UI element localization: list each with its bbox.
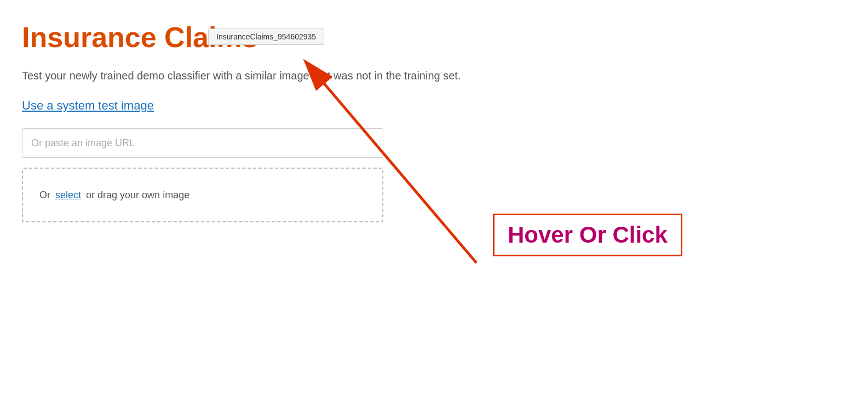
hover-click-text: Hover Or Click [508,222,668,248]
svg-line-1 [307,63,476,263]
page-title: Insurance Claims [22,22,846,53]
system-test-link[interactable]: Use a system test image [22,99,154,113]
url-input[interactable] [22,128,383,158]
drag-drop-text-before: Or [39,190,50,201]
description-text: Test your newly trained demo classifier … [22,70,515,82]
hover-click-box: Hover Or Click [493,214,682,256]
drag-drop-text-after: or drag your own image [86,190,189,201]
tooltip-label: InsuranceClaims_954602935 [216,32,316,41]
select-link[interactable]: select [55,190,81,201]
main-container: Insurance Claims InsuranceClaims_9546029… [0,0,868,244]
drag-drop-zone[interactable]: Or select or drag your own image [22,168,383,222]
tooltip-box: InsuranceClaims_954602935 [208,28,324,45]
